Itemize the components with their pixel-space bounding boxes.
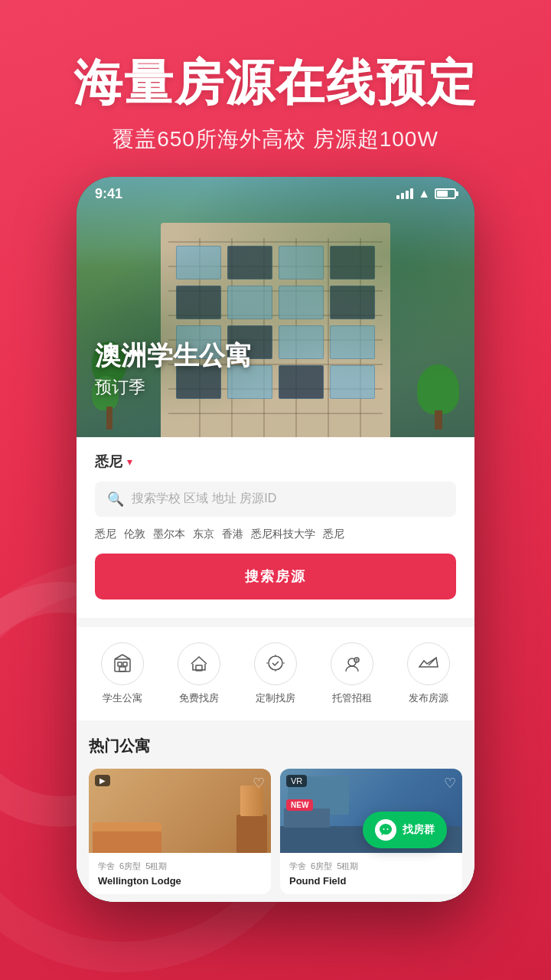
tag-room-1: 6房型	[119, 861, 141, 872]
svg-point-11	[383, 828, 385, 830]
property-tags-1: 学舍 6房型 5租期	[98, 861, 262, 872]
phone-content: 悉尼 ▾ 🔍 搜索学校 区域 地址 房源ID 悉尼 伦敦 墨尔本 东京 香港 悉…	[77, 437, 474, 902]
svg-rect-0	[115, 659, 130, 671]
hero-main-title: 澳洲学生公寓	[95, 340, 251, 371]
student-apartment-icon	[101, 642, 144, 685]
search-card: 悉尼 ▾ 🔍 搜索学校 区域 地址 房源ID 悉尼 伦敦 墨尔本 东京 香港 悉…	[77, 437, 474, 618]
quick-actions: 学生公寓 免费找房	[77, 627, 474, 720]
tag-period-2: 5租期	[337, 861, 358, 872]
tag-room-2: 6房型	[311, 861, 332, 872]
status-icons: ▲	[396, 187, 456, 201]
search-icon: 🔍	[107, 491, 124, 508]
vr-badge: VR	[286, 775, 307, 787]
tag-period-1: 5租期	[145, 861, 167, 872]
publish-icon	[407, 642, 450, 685]
property-grid: ▶ ♡ 学舍 6房型 5租期 Wellington Lodge	[89, 769, 462, 894]
managed-rent-icon	[331, 642, 373, 685]
property-card-1[interactable]: ▶ ♡ 学舍 6房型 5租期 Wellington Lodge	[89, 769, 271, 894]
city-tag-sydney1[interactable]: 悉尼	[95, 528, 116, 541]
action-publish[interactable]: 发布房源	[407, 642, 450, 705]
new-badge: NEW	[286, 799, 313, 811]
svg-point-12	[387, 828, 389, 830]
search-button[interactable]: 搜索房源	[95, 554, 456, 599]
action-label-student: 学生公寓	[103, 691, 142, 705]
header-section: 海量房源在线预定 覆盖650所海外高校 房源超100W	[0, 0, 551, 177]
property-image-1: ▶ ♡	[89, 769, 271, 853]
wifi-icon: ▲	[418, 187, 430, 201]
property-info-1: 学舍 6房型 5租期 Wellington Lodge	[89, 853, 271, 894]
custom-search-icon	[254, 642, 297, 685]
action-managed-rent[interactable]: 托管招租	[331, 642, 373, 705]
property-tags-2: 学舍 6房型 5租期	[289, 861, 453, 872]
property-info-2: 学舍 6房型 5租期 Pound Field	[280, 853, 462, 894]
city-name: 悉尼	[95, 452, 122, 471]
phone-mockup: 9:41 ▲	[77, 177, 474, 902]
play-icon: ▶	[99, 776, 106, 785]
property-card-2[interactable]: VR NEW ♡ 学舍 6房型 5租期 Pound Field	[280, 769, 462, 894]
search-input-row[interactable]: 🔍 搜索学校 区域 地址 房源ID	[95, 482, 456, 517]
free-search-icon	[178, 642, 220, 685]
city-tag-melbourne[interactable]: 墨尔本	[153, 528, 185, 541]
main-headline: 海量房源在线预定	[31, 54, 520, 113]
city-tag-london[interactable]: 伦敦	[124, 528, 145, 541]
property-name-1: Wellington Lodge	[98, 875, 262, 887]
battery-icon	[435, 188, 456, 199]
hero-text-overlay: 澳洲学生公寓 预订季	[95, 340, 251, 399]
action-free-search[interactable]: 免费找房	[178, 642, 220, 705]
hero-sub-title: 预订季	[95, 376, 251, 399]
action-custom-search[interactable]: 定制找房	[254, 642, 297, 705]
svg-rect-2	[123, 662, 127, 666]
wechat-logo	[375, 819, 396, 841]
video-badge: ▶	[95, 775, 110, 786]
tag-type-2: 学舍	[289, 861, 306, 872]
status-time: 9:41	[95, 186, 122, 202]
hot-section-title: 热门公寓	[89, 736, 462, 756]
svg-line-4	[115, 655, 122, 659]
hero-image: 9:41 ▲	[77, 177, 474, 437]
action-label-custom: 定制找房	[256, 691, 295, 705]
hot-section: 热门公寓 ▶ ♡	[77, 720, 474, 902]
svg-rect-3	[119, 667, 126, 671]
action-student-apartment[interactable]: 学生公寓	[101, 642, 144, 705]
city-tag-uts[interactable]: 悉尼科技大学	[251, 528, 315, 541]
city-tag-sydney2[interactable]: 悉尼	[323, 528, 344, 541]
favorite-button-1[interactable]: ♡	[253, 775, 265, 792]
city-selector[interactable]: 悉尼 ▾	[95, 452, 456, 471]
svg-rect-1	[118, 662, 122, 666]
svg-line-5	[122, 655, 130, 659]
furniture	[284, 808, 330, 828]
status-bar: 9:41 ▲	[77, 177, 474, 202]
dropdown-arrow-icon: ▾	[127, 456, 132, 468]
tag-type-1: 学舍	[98, 861, 115, 872]
signal-icon	[396, 188, 413, 199]
action-label-managed: 托管招租	[332, 691, 372, 705]
search-placeholder: 搜索学校 区域 地址 房源ID	[132, 491, 276, 507]
sub-headline: 覆盖650所海外高校 房源超100W	[31, 125, 520, 154]
city-tag-hongkong[interactable]: 香港	[222, 528, 243, 541]
wechat-label: 找房群	[403, 823, 435, 837]
favorite-button-2[interactable]: ♡	[444, 775, 456, 792]
wechat-float-button[interactable]: 找房群	[363, 812, 447, 848]
room-furniture	[89, 799, 271, 853]
city-tags: 悉尼 伦敦 墨尔本 东京 香港 悉尼科技大学 悉尼	[95, 528, 456, 541]
property-name-2: Pound Field	[289, 875, 453, 887]
city-tag-tokyo[interactable]: 东京	[193, 528, 214, 541]
action-label-publish: 发布房源	[409, 691, 448, 705]
action-label-free: 免费找房	[179, 691, 219, 705]
